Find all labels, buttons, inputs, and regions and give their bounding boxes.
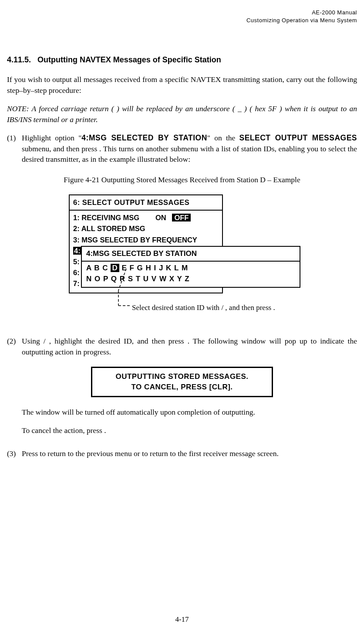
step-2-text: Using / , highlight the desired ID, and … [22,336,357,357]
figure-caption: Figure 4-21 Outputting Stored Messages R… [7,174,357,185]
figure-4-21: 6: SELECT OUTPUT MESSAGES 1: RECEIVING M… [69,194,295,317]
off-badge: OFF [172,214,191,221]
section-title: Outputting NAVTEX Messages of Specific S… [37,55,221,64]
svg-line-0 [118,269,126,290]
step-1: (1) Highlight option "4:MSG SELECTED BY … [7,133,357,165]
step-2: (2) Using / , highlight the desired ID, … [7,336,357,357]
section-number: 4.11.5. [7,55,31,64]
dialog-line-1: OUTPUTTING STORED MESSAGES. [95,371,269,382]
menu-title: 6: SELECT OUTPUT MESSAGES [70,195,222,211]
menu-item-3: 3: MSG SELECTED BY FREQUENCY [73,235,219,245]
menu-item-2: 2: ALL STORED MSG [73,223,219,234]
popup-title: 4:MSG SELECTED BY STATION [82,247,300,262]
page-header: AE-2000 Manual Customizing Operation via… [7,9,357,24]
step-3-text: Press to return to the previous menu or … [22,448,357,459]
callout-text: Select desired station ID with / , and t… [132,303,293,313]
intro-paragraph: If you wish to output all messages recei… [7,74,357,95]
menu-item-1: 1: RECEIVING MSG ON OFF [73,212,219,223]
section-heading: 4.11.5. Outputting NAVTEX Messages of Sp… [7,55,357,65]
note-paragraph: NOTE: A forced carriage return ( ) will … [7,103,357,125]
step-3: (3) Press to return to the previous menu… [7,448,357,459]
step-1-text: Highlight option "4:MSG SELECTED BY STAT… [22,133,357,165]
step-3-number: (3) [7,448,22,459]
dialog-line-2: TO CANCEL, PRESS [CLR]. [95,382,269,392]
header-manual: AE-2000 Manual [312,9,357,16]
step-2-number: (2) [7,336,22,357]
step-1-number: (1) [7,133,22,165]
menu-option-label: 4:MSG SELECTED BY STATION [81,133,207,142]
step-2-post-a: The window will be turned off automatica… [22,407,357,418]
popup-body: A B C D E F G H I J K L M N O P Q R S T … [82,262,300,287]
station-id-popup: 4:MSG SELECTED BY STATION A B C D E F G … [81,246,300,288]
submenu-name: SELECT OUTPUT MESSAGES [239,133,357,142]
outputting-dialog: OUTPUTTING STORED MESSAGES. TO CANCEL, P… [91,367,273,397]
page-number: 4-17 [0,614,364,625]
header-section: Customizing Operation via Menu System [246,17,357,24]
step-2-post-b: To cancel the action, press . [22,425,357,436]
